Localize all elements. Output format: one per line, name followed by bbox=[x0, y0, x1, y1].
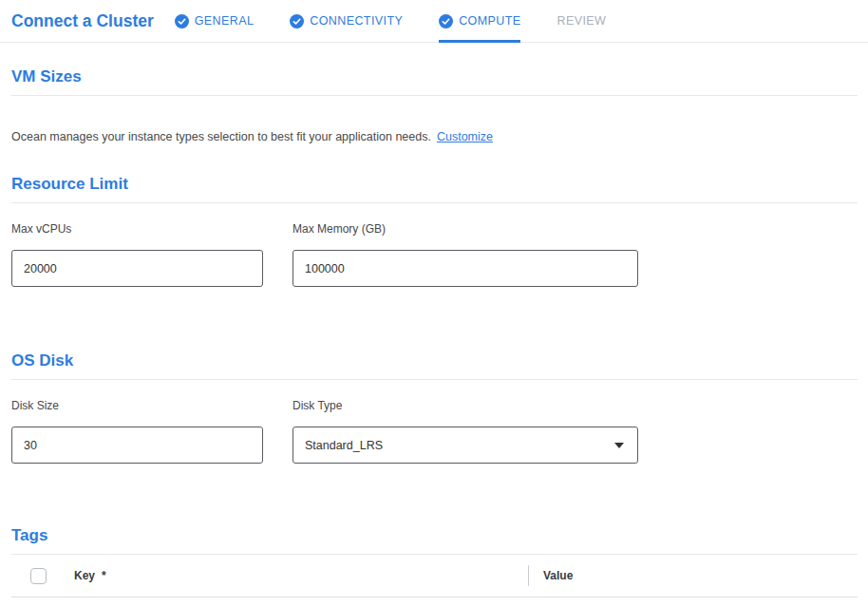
vm-sizes-heading: VM Sizes bbox=[11, 67, 858, 96]
disk-size-field: Disk Size bbox=[11, 399, 263, 464]
customize-link[interactable]: Customize bbox=[437, 130, 493, 143]
check-circle-icon bbox=[175, 14, 189, 28]
section-vm-sizes: VM Sizes Ocean manages your instance typ… bbox=[11, 67, 858, 144]
tab-label: CONNECTIVITY bbox=[310, 14, 403, 28]
tab-label: GENERAL bbox=[195, 14, 255, 28]
tab-connectivity[interactable]: CONNECTIVITY bbox=[290, 0, 403, 42]
disk-type-field: Disk Type Standard_LRS bbox=[292, 399, 638, 464]
required-asterisk: * bbox=[102, 569, 106, 582]
section-os-disk: OS Disk Disk Size Disk Type Standard_LRS bbox=[11, 351, 858, 464]
wizard-tabs: GENERALCONNECTIVITYCOMPUTEREVIEW bbox=[175, 0, 606, 42]
tab-label: REVIEW bbox=[557, 14, 606, 28]
disk-type-label: Disk Type bbox=[292, 399, 638, 413]
disk-size-input[interactable] bbox=[11, 427, 263, 464]
disk-type-select[interactable]: Standard_LRS bbox=[292, 427, 638, 464]
check-circle-icon bbox=[290, 14, 304, 28]
tab-review[interactable]: REVIEW bbox=[557, 0, 606, 42]
tab-general[interactable]: GENERAL bbox=[175, 0, 255, 42]
wizard-header: Connect a Cluster GENERALCONNECTIVITYCOM… bbox=[0, 0, 868, 43]
disk-type-selected-value: Standard_LRS bbox=[305, 439, 383, 452]
disk-size-label: Disk Size bbox=[11, 399, 263, 413]
compute-step-content: VM Sizes Ocean manages your instance typ… bbox=[0, 67, 868, 598]
section-resource-limit: Resource Limit Max vCPUs Max Memory (GB) bbox=[11, 175, 858, 287]
check-circle-icon bbox=[439, 14, 453, 28]
tags-heading: Tags bbox=[11, 526, 858, 555]
max-memory-field: Max Memory (GB) bbox=[292, 222, 638, 287]
tags-key-column-header: Key bbox=[74, 569, 95, 582]
page-title: Connect a Cluster bbox=[11, 11, 154, 31]
tab-compute[interactable]: COMPUTE bbox=[439, 0, 520, 42]
max-vcpus-input[interactable] bbox=[11, 250, 263, 287]
vm-sizes-description-text: Ocean manages your instance types select… bbox=[11, 130, 431, 143]
max-memory-label: Max Memory (GB) bbox=[292, 222, 638, 237]
max-vcpus-label: Max vCPUs bbox=[11, 222, 263, 237]
vm-sizes-description: Ocean manages your instance types select… bbox=[11, 130, 858, 144]
max-memory-input[interactable] bbox=[292, 250, 638, 287]
tags-value-column-header: Value bbox=[543, 569, 573, 582]
section-tags: Tags Key * Value bbox=[11, 526, 858, 598]
tab-label: COMPUTE bbox=[459, 14, 520, 28]
caret-down-icon bbox=[614, 443, 624, 448]
tags-table-header: Key * Value bbox=[11, 555, 858, 598]
column-separator bbox=[528, 565, 529, 586]
os-disk-heading: OS Disk bbox=[11, 351, 858, 380]
resource-limit-heading: Resource Limit bbox=[11, 175, 858, 203]
select-all-checkbox[interactable] bbox=[30, 568, 47, 584]
max-vcpus-field: Max vCPUs bbox=[11, 222, 263, 287]
